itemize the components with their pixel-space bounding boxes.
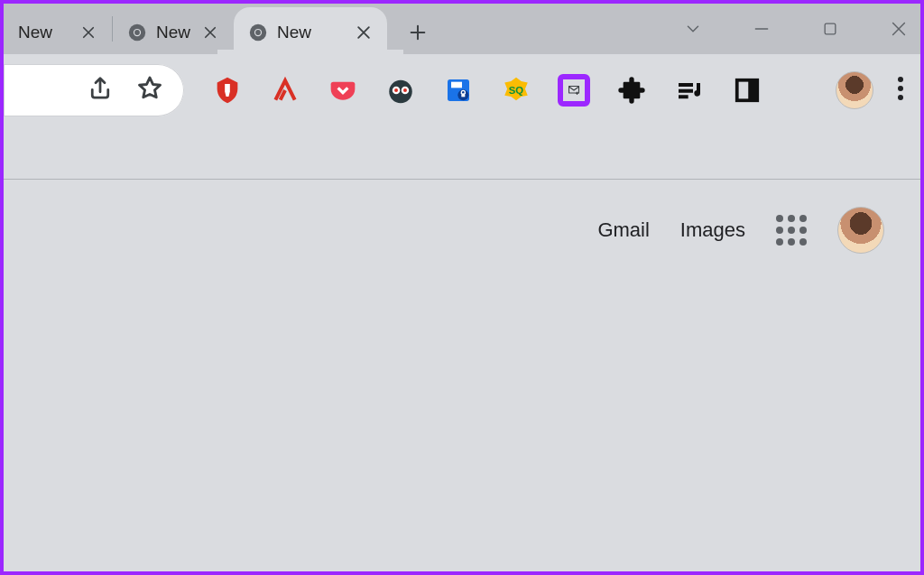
- triangle-red-icon[interactable]: [269, 74, 301, 107]
- goggles-bot-icon[interactable]: [384, 74, 417, 107]
- window-controls: [680, 4, 911, 54]
- svg-rect-13: [451, 82, 462, 88]
- sq-badge-icon[interactable]: SQ: [500, 74, 532, 107]
- images-link[interactable]: Images: [680, 218, 745, 242]
- tab-close-icon[interactable]: [353, 22, 374, 43]
- extensions-puzzle-icon[interactable]: [615, 74, 648, 107]
- tab-close-icon[interactable]: [199, 22, 221, 43]
- svg-rect-19: [748, 80, 757, 101]
- sidepanel-icon[interactable]: [731, 74, 763, 107]
- svg-point-21: [898, 86, 903, 91]
- svg-point-11: [403, 88, 407, 92]
- window-maximize-button[interactable]: [818, 16, 843, 42]
- pocket-icon[interactable]: [327, 74, 359, 107]
- window-minimize-button[interactable]: [749, 16, 774, 42]
- svg-text:SQ: SQ: [509, 85, 524, 96]
- new-tab-button[interactable]: [400, 14, 436, 51]
- chrome-favicon-icon: [127, 23, 147, 42]
- bookmark-star-icon[interactable]: [135, 74, 164, 107]
- tab-title: New: [277, 23, 311, 42]
- tab-title: New: [156, 23, 190, 42]
- kebab-menu-icon[interactable]: [897, 75, 904, 106]
- tab-strip: New New New: [4, 4, 920, 54]
- share-icon[interactable]: [87, 75, 114, 106]
- svg-point-2: [134, 30, 140, 35]
- svg-point-10: [394, 88, 398, 92]
- tab-search-chevron-icon[interactable]: [680, 16, 706, 42]
- save-lock-icon[interactable]: [442, 74, 475, 107]
- svg-point-22: [898, 95, 903, 100]
- mail-compose-extension-icon[interactable]: [558, 74, 590, 107]
- profile-avatar[interactable]: [836, 71, 873, 109]
- queue-music-icon[interactable]: [673, 74, 706, 107]
- extensions-row: SQ: [211, 74, 763, 107]
- svg-point-20: [898, 77, 903, 82]
- account-avatar[interactable]: [837, 207, 884, 254]
- omnibox[interactable]: [4, 64, 184, 116]
- svg-rect-6: [825, 23, 836, 34]
- window-close-button[interactable]: [886, 16, 911, 42]
- chrome-favicon-icon: [248, 23, 268, 42]
- tab-1[interactable]: New: [113, 11, 234, 54]
- adblock-icon[interactable]: [211, 74, 244, 107]
- tab-close-icon[interactable]: [78, 22, 99, 43]
- tab-title: New: [18, 23, 52, 42]
- svg-point-5: [255, 30, 261, 35]
- content-header: Gmail Images: [4, 180, 920, 254]
- gmail-link[interactable]: Gmail: [597, 218, 649, 242]
- tab-0[interactable]: New: [4, 11, 112, 54]
- browser-toolbar: SQ: [4, 54, 920, 126]
- google-apps-icon[interactable]: [776, 215, 807, 246]
- tab-2-active[interactable]: New: [234, 7, 387, 58]
